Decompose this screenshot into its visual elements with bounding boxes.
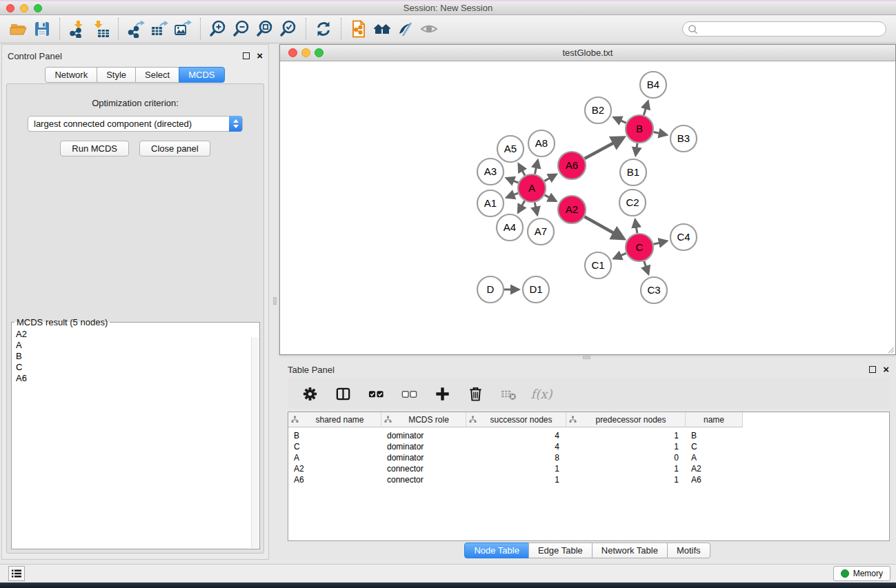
graph-node-B2[interactable]: B2 [585, 97, 611, 123]
cell-name[interactable]: A2 [686, 464, 743, 474]
deselect-all-button[interactable] [399, 384, 419, 403]
graph-node-B4[interactable]: B4 [640, 72, 666, 98]
run-mcds-button[interactable]: Run MCDS [60, 141, 129, 156]
table-row[interactable]: Cdominator41C [288, 441, 889, 452]
result-item-b[interactable]: B [16, 351, 255, 362]
export-table-button[interactable] [148, 18, 171, 40]
graph-node-C4[interactable]: C4 [670, 224, 697, 250]
graph-node-A2[interactable]: A2 [558, 196, 586, 223]
cell-shared-name[interactable]: A [288, 453, 381, 463]
result-item-c[interactable]: C [16, 362, 255, 373]
result-item-a6[interactable]: A6 [16, 373, 255, 384]
float-panel-icon[interactable] [243, 52, 250, 59]
show-hide-button[interactable] [417, 18, 441, 40]
close-panel-button[interactable]: Close panel [139, 141, 210, 156]
cell-predecessor-nodes[interactable]: 1 [566, 464, 686, 474]
import-table-button[interactable] [89, 18, 112, 40]
table-row[interactable]: A6connector11A6 [288, 474, 889, 485]
apply-layout-button[interactable] [312, 18, 335, 40]
table-row[interactable]: Bdominator41B [288, 430, 889, 441]
graph-node-A4[interactable]: A4 [497, 214, 523, 241]
cell-successor-nodes[interactable]: 1 [466, 475, 566, 485]
export-image-button[interactable] [171, 18, 195, 40]
cell-mcds-role[interactable]: connector [381, 475, 466, 485]
result-item-a[interactable]: A [16, 340, 255, 351]
zoom-fit-button[interactable] [253, 18, 277, 40]
cell-shared-name[interactable]: A2 [288, 464, 381, 474]
graph-node-B[interactable]: B [626, 115, 653, 143]
add-column-button[interactable] [432, 384, 452, 403]
cell-shared-name[interactable]: C [288, 442, 381, 452]
zoom-selected-button[interactable] [277, 18, 300, 40]
result-scrollbar[interactable] [251, 337, 259, 548]
cell-predecessor-nodes[interactable]: 1 [566, 442, 686, 452]
cell-successor-nodes[interactable]: 1 [466, 464, 566, 474]
column-header-shared-name[interactable]: shared name [288, 412, 381, 427]
network-canvas[interactable]: B4B2BB3A5A8A6A3B1AA1C2A2A4A7C4CC1C3DD1 [280, 61, 895, 354]
open-session-button[interactable] [7, 18, 30, 40]
tab-mcds[interactable]: MCDS [179, 67, 224, 83]
cell-predecessor-nodes[interactable]: 1 [566, 475, 686, 485]
zoom-in-button[interactable] [206, 18, 230, 40]
graph-node-A8[interactable]: A8 [528, 130, 555, 156]
memory-button[interactable]: Memory [833, 566, 890, 581]
cell-name[interactable]: A [686, 453, 743, 463]
close-panel-icon[interactable]: × [257, 52, 263, 59]
graph-node-C[interactable]: C [626, 234, 653, 261]
tab-network-table[interactable]: Network Table [592, 543, 668, 558]
criterion-select[interactable]: largest connected component (directed) [28, 116, 243, 132]
new-network-button[interactable] [347, 18, 370, 40]
select-all-button[interactable] [366, 384, 386, 403]
save-session-button[interactable] [30, 18, 54, 40]
tab-style[interactable]: Style [97, 67, 136, 83]
cell-name[interactable]: C [686, 442, 743, 452]
delete-column-button[interactable] [466, 384, 485, 403]
apply-function-button[interactable]: f(x) [532, 384, 551, 403]
tab-node-table[interactable]: Node Table [464, 543, 529, 558]
cell-shared-name[interactable]: B [288, 431, 381, 440]
export-network-button[interactable] [124, 18, 148, 40]
tab-network[interactable]: Network [45, 67, 97, 83]
graph-node-C1[interactable]: C1 [585, 252, 611, 278]
cell-mcds-role[interactable]: dominator [381, 431, 466, 440]
cell-shared-name[interactable]: A6 [288, 475, 381, 485]
cell-name[interactable]: A6 [686, 475, 743, 485]
tab-motifs[interactable]: Motifs [667, 543, 710, 558]
vertical-splitter-handle[interactable] [273, 297, 277, 305]
task-history-button[interactable] [8, 566, 25, 581]
delete-table-button[interactable] [499, 384, 518, 403]
cell-mcds-role[interactable]: dominator [381, 442, 466, 452]
import-network-button[interactable] [66, 18, 89, 40]
column-header-mcds-role[interactable]: MCDS role [381, 412, 466, 427]
graph-node-D[interactable]: D [477, 276, 504, 303]
cell-mcds-role[interactable]: connector [381, 464, 466, 474]
graph-node-C2[interactable]: C2 [619, 190, 646, 216]
tab-edge-table[interactable]: Edge Table [528, 543, 593, 558]
table-row[interactable]: Adominator80A [288, 452, 889, 463]
cell-predecessor-nodes[interactable]: 1 [566, 431, 686, 440]
graph-node-D1[interactable]: D1 [523, 276, 549, 303]
close-table-panel-icon[interactable]: × [883, 366, 889, 373]
cell-successor-nodes[interactable]: 4 [466, 431, 566, 440]
graph-node-B3[interactable]: B3 [670, 125, 697, 152]
cell-mcds-role[interactable]: dominator [381, 453, 466, 463]
cell-successor-nodes[interactable]: 4 [466, 442, 566, 452]
graph-node-A[interactable]: A [518, 174, 546, 202]
graph-node-A1[interactable]: A1 [477, 190, 504, 216]
graph-node-A7[interactable]: A7 [528, 219, 554, 245]
search-field[interactable] [682, 21, 886, 37]
cell-name[interactable]: B [686, 431, 743, 440]
graph-node-A6[interactable]: A6 [558, 152, 586, 179]
cell-predecessor-nodes[interactable]: 0 [566, 453, 686, 463]
resize-grip-icon[interactable] [886, 345, 895, 354]
search-input[interactable] [699, 23, 882, 35]
table-row[interactable]: A2connector11A2 [288, 463, 889, 474]
graph-node-A5[interactable]: A5 [497, 136, 524, 162]
graph-node-A3[interactable]: A3 [477, 159, 504, 185]
column-header-successor-nodes[interactable]: successor nodes [466, 412, 566, 427]
column-header-predecessor-nodes[interactable]: predecessor nodes [566, 412, 686, 427]
result-item-a2[interactable]: A2 [16, 329, 255, 340]
table-settings-button[interactable] [300, 384, 319, 403]
graph-node-B1[interactable]: B1 [620, 159, 646, 185]
first-neighbors-button[interactable] [370, 18, 394, 40]
